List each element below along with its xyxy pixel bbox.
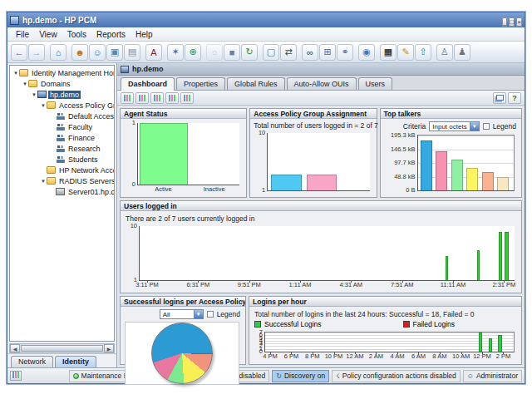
tree-item-finance[interactable]: Finance <box>10 132 114 143</box>
dashboard-refresh-icon[interactable] <box>121 92 134 104</box>
user-add-icon[interactable]: ♙ <box>436 44 453 61</box>
tree-item-access-policy-groups[interactable]: ▼Access Policy Groups <box>10 100 114 111</box>
copy-page-icon[interactable]: ▣ <box>106 44 123 61</box>
audit-icon[interactable]: ▦ <box>380 44 397 61</box>
window-title: hp.demo - HP PCM <box>22 16 500 25</box>
discovery-status[interactable]: ↻Discovery on <box>272 370 329 382</box>
user-icon[interactable]: ☺ <box>89 44 106 61</box>
search-icon[interactable]: ○ <box>206 44 223 61</box>
expander-icon[interactable]: ▼ <box>40 103 47 108</box>
back-icon[interactable]: ← <box>11 44 27 61</box>
help-icon[interactable]: ? <box>508 92 521 104</box>
policy-icon: ☇ <box>336 372 340 380</box>
font-tool-icon[interactable]: A <box>145 44 162 61</box>
tree-item-label: Identity Management Home <box>30 69 114 77</box>
preferences-icon[interactable]: ✶ <box>167 44 184 61</box>
logins-summary: Total number of logins in the last 24 ho… <box>254 310 516 318</box>
chart-users-icon[interactable] <box>135 92 149 104</box>
document-icon[interactable]: ▤ <box>124 44 140 61</box>
stop-icon[interactable]: ■ <box>224 44 240 61</box>
scroll-left-icon[interactable]: ◀ <box>10 344 20 352</box>
tab-global-rules[interactable]: Global Rules <box>227 77 285 90</box>
dashboard-toolbar: ? <box>117 91 525 106</box>
tree-item-domains[interactable]: ▼Domains <box>10 78 114 89</box>
menu-file[interactable]: File <box>11 29 34 40</box>
chart-settings-icon[interactable] <box>180 92 194 104</box>
policy-config-status[interactable]: ☇Policy configuration actions disabled <box>332 370 461 382</box>
legend-checkbox[interactable] <box>207 311 214 318</box>
group-filter-select[interactable]: All ▼ <box>160 309 204 319</box>
tree-horizontal-scrollbar[interactable]: ◀ ▶ <box>9 343 115 353</box>
panel-title: Access Policy Group Assignment <box>250 109 376 119</box>
tab-properties[interactable]: Properties <box>176 77 225 90</box>
menu-tools[interactable]: Tools <box>62 29 91 40</box>
globe-check-icon[interactable]: ⊕ <box>185 44 201 61</box>
web-icon[interactable]: ◉ <box>358 44 375 61</box>
chart-groups-icon[interactable] <box>150 92 164 104</box>
legend-swatch <box>254 321 261 328</box>
tree-item-identity-management-home[interactable]: ▼Identity Management Home <box>10 67 114 78</box>
tree-item-label: hp.demo <box>48 91 81 99</box>
tree-item-label: Research <box>66 145 102 153</box>
users-logged-in-summary: Total number of users logged in = 2 of 7 <box>254 121 378 130</box>
maximize-button[interactable]: □ <box>509 17 515 27</box>
menu-help[interactable]: Help <box>131 29 158 40</box>
status-app-icon[interactable] <box>10 371 22 381</box>
user-group-icon[interactable]: ☻ <box>71 44 88 61</box>
layout-icon[interactable] <box>493 92 506 104</box>
group-icon <box>56 123 65 131</box>
expander-icon[interactable]: ▼ <box>22 81 28 86</box>
group-icon <box>56 112 65 120</box>
tree-item-faculty[interactable]: Faculty <box>10 121 114 132</box>
find-nodes-icon[interactable]: ∞ <box>302 44 318 61</box>
expander-icon[interactable]: ▼ <box>40 179 47 184</box>
tree-item-hp-demo[interactable]: ▼hp.demo <box>10 89 114 100</box>
users-logged-in-panel: Users logged in There are 2 of 7 users c… <box>120 200 522 293</box>
close-button[interactable]: × <box>516 17 522 27</box>
chart-bar <box>498 335 502 352</box>
expander-icon[interactable]: ▼ <box>31 92 37 97</box>
export-icon[interactable]: ⇧ <box>415 44 431 61</box>
criteria-select[interactable]: Input octets ▼ <box>429 121 479 131</box>
refresh-icon[interactable]: ↻ <box>241 44 258 61</box>
tab-identity[interactable]: Identity <box>55 356 96 367</box>
menu-view[interactable]: View <box>34 29 62 40</box>
user-session[interactable]: ☺Administrator <box>463 370 522 382</box>
tab-users[interactable]: Users <box>358 77 393 90</box>
logins-per-hour-panel: Logins per hour Total number of logins i… <box>249 296 522 365</box>
expander-icon[interactable]: ▼ <box>12 71 19 76</box>
legend-checkbox[interactable] <box>483 123 490 130</box>
title-bar[interactable]: hp.demo - HP PCM _□× <box>7 12 525 27</box>
top-talkers-chart: 195.3 kB146.5 kB97.7 kB48.8 kB0 B <box>417 135 515 191</box>
chart-export-icon[interactable] <box>165 92 179 104</box>
chart-bar <box>436 151 447 190</box>
tree-item-research[interactable]: Research <box>10 143 114 154</box>
link-nodes-icon[interactable]: ⚭ <box>337 44 353 61</box>
tree-item-hp-network-access-control[interactable]: HP Network Access Control <box>10 165 114 175</box>
panel-title: Successful logins per Access Policy Grou… <box>121 297 245 307</box>
tab-auto-allow-ouis[interactable]: Auto-Allow OUIs <box>287 77 357 90</box>
content-header: hp.demo <box>117 63 525 76</box>
legend-swatch <box>403 321 410 328</box>
chevron-down-icon: ▼ <box>470 122 479 131</box>
tree-item-students[interactable]: Students <box>10 154 114 165</box>
tree-item-default-access-policy-gr[interactable]: Default Access Policy Gr <box>10 111 114 121</box>
menu-reports[interactable]: Reports <box>91 29 131 40</box>
scroll-thumb[interactable] <box>21 345 103 352</box>
tab-network[interactable]: Network <box>11 356 53 367</box>
tree-item-radius-servers[interactable]: ▼RADIUS Servers <box>10 175 114 186</box>
minimize-button[interactable]: _ <box>502 17 507 27</box>
tree-item-server01-hp-demo-192-1[interactable]: Server01.hp.demo(192.1 <box>10 186 114 197</box>
connector-icon[interactable]: ⇄ <box>280 44 297 61</box>
discovery-icon: ↻ <box>276 372 282 380</box>
note-icon[interactable]: ✎ <box>397 44 414 61</box>
tab-dashboard[interactable]: Dashboard <box>121 77 175 91</box>
snapshot-icon[interactable]: ▢ <box>263 44 279 61</box>
identity-tree: ▼Identity Management Home▼Domains▼hp.dem… <box>9 65 115 342</box>
home-icon[interactable]: ⌂ <box>50 44 66 61</box>
forward-icon[interactable]: → <box>28 44 45 61</box>
scroll-right-icon[interactable]: ▶ <box>104 344 114 352</box>
content-title: hp.demo <box>132 65 164 73</box>
user-remove-icon[interactable]: ♟ <box>454 44 470 61</box>
sitemap-icon[interactable]: ⊞ <box>319 44 336 61</box>
